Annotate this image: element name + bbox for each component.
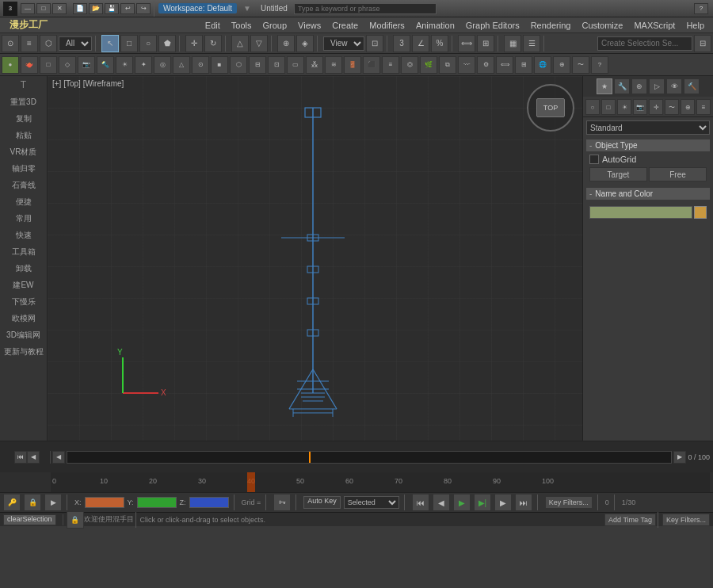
workspace-label[interactable]: Workspace: Default	[158, 3, 237, 13]
menu-help[interactable]: Help	[681, 19, 710, 32]
frames-ruler[interactable]: 0 10 20 30 40 50 60 70 80 90 100	[51, 472, 710, 492]
rp-sub-tab-shapes[interactable]: □	[601, 99, 616, 115]
question-icon[interactable]: ?	[591, 56, 608, 74]
use-pivot-btn[interactable]: ⊕	[277, 35, 295, 52]
sidebar-item-download[interactable]: 下慢乐	[0, 294, 47, 310]
grid-icon[interactable]: ⊞	[515, 56, 532, 74]
sidebar-item-paste[interactable]: 粘贴	[0, 128, 47, 143]
addtime-btn[interactable]: Add Time Tag	[604, 514, 656, 526]
status-lock-icon[interactable]: 🔒	[67, 511, 84, 529]
torus-icon[interactable]: ⊙	[192, 56, 209, 74]
sidebar-item-unload[interactable]: 卸载	[0, 261, 47, 277]
cloth-icon[interactable]: 〰	[458, 56, 475, 74]
sidebar-item-build-mesh[interactable]: 建EW	[0, 277, 47, 293]
menu-customize[interactable]: Customize	[576, 19, 628, 32]
rp-tab-utilities[interactable]: 🔨	[684, 78, 700, 94]
autokey-btn[interactable]: Auto Key	[303, 496, 341, 509]
rp-tab-hierarchy[interactable]: ⊕	[631, 78, 647, 94]
undo-title-icon[interactable]: ↩	[120, 3, 135, 14]
menu-rendering[interactable]: Rendering	[525, 19, 577, 32]
compass-widget[interactable]: TOP	[527, 84, 574, 132]
sphere-icon[interactable]: ◎	[154, 56, 171, 74]
menu-graph-editors[interactable]: Graph Editors	[460, 19, 525, 32]
menu-edit[interactable]: Edit	[200, 19, 226, 32]
select-region-rect-btn[interactable]: □	[120, 35, 138, 52]
percent-snap-btn[interactable]: %	[431, 35, 448, 52]
tube-icon[interactable]: ⊡	[268, 56, 285, 74]
key-lock-btn[interactable]: 🗝	[273, 494, 291, 511]
create-selection-input[interactable]	[597, 36, 692, 51]
play-back-btn[interactable]: ⏮	[14, 451, 27, 464]
scale-uniform-btn[interactable]: △	[231, 35, 249, 52]
name-color-header[interactable]: - Name and Color	[586, 188, 710, 200]
rp-tab-modify[interactable]: 🔧	[614, 78, 630, 94]
sidebar-item-euromodel[interactable]: 欧模网	[0, 311, 47, 326]
sidebar-item-vr-material[interactable]: VR材质	[0, 144, 47, 160]
menu-tools[interactable]: Tools	[226, 19, 257, 32]
door-icon[interactable]: 🚪	[344, 56, 361, 74]
use-selection-btn[interactable]: ◈	[296, 35, 314, 52]
foliage-icon[interactable]: 🌿	[420, 56, 437, 74]
close-button[interactable]: ✕	[52, 3, 67, 14]
target-button[interactable]: Target	[589, 167, 647, 181]
object-name-input[interactable]	[589, 206, 692, 219]
save-file-icon[interactable]: 💾	[105, 3, 119, 14]
minimize-button[interactable]: —	[21, 3, 35, 14]
sidebar-item-plaster[interactable]: 石膏线	[0, 178, 47, 193]
y-coord-input[interactable]	[137, 497, 177, 508]
move-tool-btn[interactable]: ✛	[185, 35, 203, 52]
open-file-icon[interactable]: 📂	[89, 3, 103, 14]
key-filters-bottom-btn[interactable]: Key Filters...	[662, 514, 710, 526]
globe-icon[interactable]: 🌐	[534, 56, 551, 74]
rp-tab-motion[interactable]: ▷	[649, 78, 665, 94]
select-region-fence-btn[interactable]: ⬟	[158, 35, 176, 52]
rp-sub-tab-geo[interactable]: ○	[585, 99, 600, 115]
rp-tab-display[interactable]: 👁	[666, 78, 682, 94]
z-coord-input[interactable]	[189, 497, 229, 508]
sidebar-item-fast[interactable]: 快速	[0, 227, 47, 243]
standard-dropdown[interactable]: Standard	[586, 120, 710, 135]
cone-icon[interactable]: △	[173, 56, 190, 74]
hedra-icon[interactable]: ⬡	[230, 56, 247, 74]
timeline-right-arrow[interactable]: ▶	[673, 451, 686, 464]
menu-maxscript[interactable]: MAXScript	[628, 19, 681, 32]
select-region-circle-btn[interactable]: ○	[139, 35, 157, 52]
menu-create[interactable]: Create	[326, 19, 364, 32]
window-icon[interactable]: ⬛	[363, 56, 380, 74]
spot-icon[interactable]: ✦	[135, 56, 152, 74]
rp-sub-tab-extra1[interactable]: ⊕	[681, 99, 695, 115]
select-by-name-icon[interactable]: ≡	[21, 35, 38, 52]
sidebar-item-copy[interactable]: 复制	[0, 111, 47, 127]
ribbon-btn[interactable]: ☰	[523, 35, 540, 52]
stair-icon[interactable]: ≡	[382, 56, 399, 74]
omni-icon[interactable]: ☀	[116, 56, 133, 74]
layer-manager-btn[interactable]: ▦	[504, 35, 521, 52]
sidebar-item-common[interactable]: 常用	[0, 211, 47, 227]
next-key-btn[interactable]: ▶	[494, 494, 512, 511]
timeline-bar[interactable]	[67, 451, 672, 464]
rp-tab-create[interactable]: ★	[597, 78, 612, 94]
snap-toggle-btn[interactable]: 3	[393, 35, 410, 52]
autogrid-checkbox[interactable]	[589, 155, 599, 164]
light-target-icon[interactable]: 🔦	[97, 56, 114, 74]
next-frame-btn[interactable]: ⏭	[515, 494, 532, 511]
search-input[interactable]	[294, 3, 437, 14]
scale-nonuniform-btn[interactable]: ▽	[250, 35, 268, 52]
sidebar-item-reset3d[interactable]: 重置3D	[0, 94, 47, 110]
angle-snap-btn[interactable]: ∠	[412, 35, 429, 52]
play-all-btn[interactable]: ▶|	[474, 494, 491, 511]
shapes-icon[interactable]: ◇	[59, 56, 76, 74]
xref-icon[interactable]: ⧉	[439, 56, 456, 74]
cylinder-icon[interactable]: ⊟	[249, 56, 266, 74]
free-button[interactable]: Free	[649, 167, 707, 181]
rp-sub-tab-helpers[interactable]: ✛	[649, 99, 663, 115]
select-filter-icon[interactable]: ⊙	[2, 35, 19, 52]
ocean-icon[interactable]: 〜	[572, 56, 589, 74]
plane-icon[interactable]: ▭	[287, 56, 304, 74]
viewport-canvas[interactable]: X Y TOP	[48, 76, 582, 441]
help-icon[interactable]: ?	[694, 3, 708, 14]
x-coord-input[interactable]	[85, 497, 124, 508]
box-icon[interactable]: ■	[211, 56, 228, 74]
surface-icon[interactable]: ≋	[325, 56, 342, 74]
coord-btn[interactable]: ⊡	[366, 35, 383, 52]
